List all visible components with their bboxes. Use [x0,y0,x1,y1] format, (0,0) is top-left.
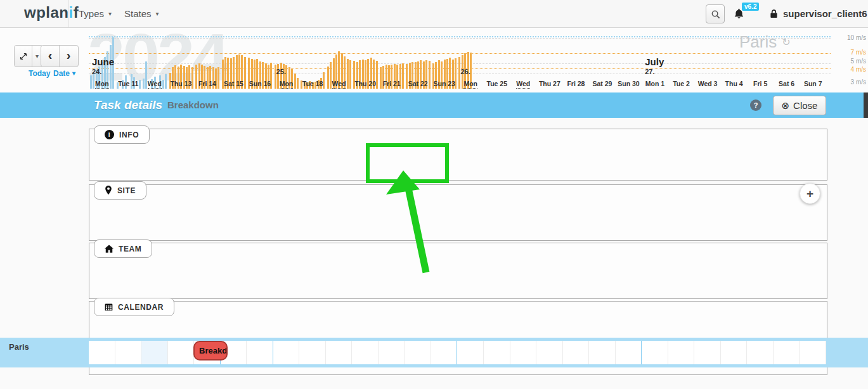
calendar-cell[interactable] [563,341,590,364]
calendar-cell[interactable] [721,341,748,364]
tab-calendar[interactable]: CALENDAR [94,298,174,316]
chart-site-title-label: Paris [739,32,777,52]
calendar-cell[interactable] [115,341,142,364]
search-button[interactable] [706,4,725,23]
calendar-cell[interactable] [510,341,537,364]
day-label[interactable]: Fri 14 [194,80,221,87]
calendar-cell[interactable] [484,341,510,364]
calendar-cell[interactable] [747,341,774,364]
calendar-cell[interactable] [326,341,353,364]
day-label[interactable]: Sun 7 [800,80,826,87]
calendar-row-label: Paris [9,342,29,352]
prev-button[interactable]: ‹ [41,46,60,67]
zoom-range-button[interactable]: ▾ [14,45,43,67]
day-label[interactable]: Fri 21 [379,80,405,87]
today-link[interactable]: Today [29,69,50,78]
user-menu[interactable]: supervisor_client6 ▾ [770,0,868,27]
day-label-text: Fri 5 [753,80,767,87]
day-label[interactable]: Thu 4 [721,80,748,87]
day-label[interactable]: Tue 25 [484,80,510,87]
day-label[interactable]: Tue 18 [299,80,326,87]
date-link[interactable]: Date ▾ [53,69,75,78]
chevron-down-icon: ▾ [72,70,75,77]
day-label[interactable]: Mon [89,80,115,87]
calendar-cell[interactable] [299,341,326,364]
calendar-cell[interactable] [774,341,800,364]
calendar-cell[interactable] [168,341,195,364]
calendar-cell[interactable] [431,341,458,364]
day-label[interactable]: Thu 27 [536,80,563,87]
chevron-left-icon: ‹ [48,48,53,63]
username: supervisor_client6 [783,8,867,19]
calendar-cell[interactable] [536,341,563,364]
day-label[interactable]: Wed [141,80,168,87]
day-label[interactable]: Fri 5 [747,80,774,87]
day-label[interactable]: Thu 13 [168,80,195,87]
help-button[interactable]: ? [750,99,761,111]
day-label[interactable]: Mon [273,80,300,87]
calendar-cell[interactable] [247,341,273,364]
team-section [89,243,827,299]
calendar-row-paris: Paris Breakdown [0,338,868,367]
menu-types[interactable]: Types ▾ [79,0,112,27]
tab-site[interactable]: SITE [94,181,146,200]
calendar-cell[interactable] [668,341,695,364]
day-label[interactable]: Mon 1 [642,80,668,87]
scrollbar-fragment[interactable] [864,92,868,118]
calendar-cell[interactable] [141,341,168,364]
close-icon: ⊗ [782,100,790,112]
menu-states-label: States [124,8,152,19]
calendar-cell[interactable] [273,341,300,364]
day-label[interactable]: Sat 15 [221,80,247,87]
y-axis-label: 7 m/s [828,49,866,56]
next-button[interactable]: › [60,46,77,67]
close-button[interactable]: ⊗ Close [773,96,826,115]
y-axis-label: 5 m/s [828,58,866,65]
day-label-text: Mon [280,80,294,89]
day-label-text: Sun 7 [804,80,822,87]
calendar-cell[interactable] [405,341,431,364]
calendar-cell[interactable] [616,341,642,364]
day-label[interactable]: Sat 29 [589,80,616,87]
calendar-cell[interactable] [589,341,616,364]
tab-info[interactable]: i INFO [94,125,150,144]
calendar-cell[interactable] [642,341,668,364]
day-label-text: Mon 1 [645,80,664,87]
menu-states[interactable]: States ▾ [124,0,159,27]
day-label[interactable]: Sat 22 [405,80,431,87]
task-block-breakdown[interactable]: Breakdown [193,341,228,360]
calendar-cell[interactable] [352,341,379,364]
y-axis-label: 3 m/s [828,79,866,86]
plus-icon: + [806,187,813,201]
chevron-right-icon: › [67,48,71,63]
calendar-cell[interactable] [379,341,405,364]
calendar-cell[interactable] [694,341,721,364]
calendar-cell[interactable] [800,341,826,364]
day-label[interactable]: Wed [326,80,353,87]
refresh-icon[interactable]: ↻ [782,36,790,48]
week-number-label: 25. [276,68,286,75]
day-label[interactable]: Thu 20 [352,80,379,87]
day-label[interactable]: Mon [457,80,484,87]
week-number-label: 26. [460,68,470,75]
tab-team[interactable]: TEAM [94,239,152,258]
day-label[interactable]: Sun 30 [616,80,642,87]
version-badge[interactable]: v6.2 [742,3,759,11]
calendar-cell[interactable] [457,341,484,364]
day-label[interactable]: Sun 23 [431,80,458,87]
day-label[interactable]: Wed [510,80,537,87]
day-label[interactable]: Tue 2 [668,80,695,87]
day-label[interactable]: Sun 16 [247,80,273,87]
timeline-chart[interactable]: 2024 Paris ↻ 10 m/s7 m/s5 m/s4 m/s3 m/sJ… [0,28,868,92]
day-label-text: Thu 4 [725,80,743,87]
chart-top-gridline [89,36,831,37]
logo-wplanif[interactable]: wplanif [24,4,79,22]
day-label[interactable]: Tue 11 [115,80,142,87]
day-label[interactable]: Fri 28 [563,80,590,87]
add-site-button[interactable]: + [800,183,820,204]
day-label[interactable]: Sat 6 [774,80,800,87]
calendar-cell[interactable] [89,341,115,364]
day-label[interactable]: Wed 3 [694,80,721,87]
month-label: July [645,56,664,67]
day-label-text: Sat 15 [224,80,243,87]
